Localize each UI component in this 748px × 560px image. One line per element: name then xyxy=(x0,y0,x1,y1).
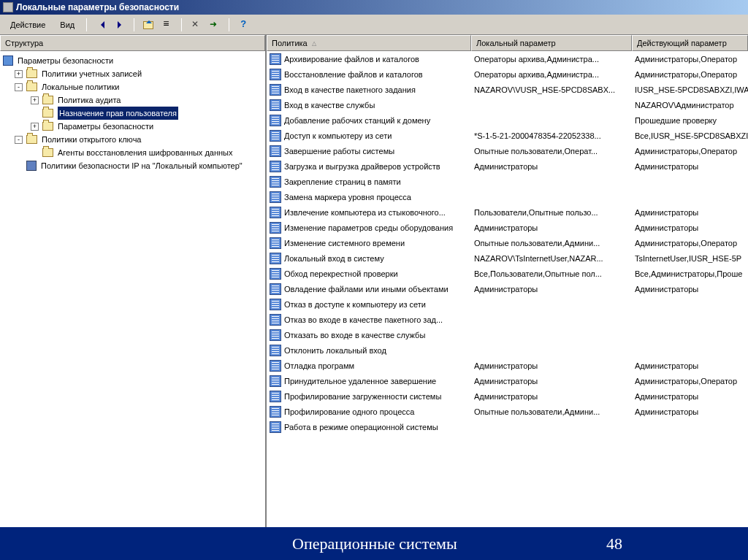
column-headers: Политика △ Локальный параметр Действующи… xyxy=(267,35,748,51)
footer-title: Операционные системы xyxy=(292,534,457,553)
policy-icon xyxy=(270,69,281,80)
list-view-button[interactable] xyxy=(159,17,175,33)
menu-action[interactable]: Действие xyxy=(4,18,51,31)
policy-name: Замена маркера уровня процесса xyxy=(284,193,411,202)
effective-param: Администраторы,Оператор xyxy=(632,147,748,156)
folder-icon xyxy=(26,83,37,91)
footer-page: 48 xyxy=(606,534,622,553)
tree-item-label: Назначение прав пользователя xyxy=(58,107,178,120)
policy-name: Загрузка и выгрузка драйверов устройств xyxy=(284,162,440,171)
list-row[interactable]: Отказ во входе в качестве пакетного зад.… xyxy=(267,312,748,327)
local-param: Опытные пользователи,Админи... xyxy=(471,407,632,416)
list-row[interactable]: Профилирование загруженности системыАдми… xyxy=(267,388,748,404)
list-row[interactable]: Отказать во входе в качестве службы xyxy=(267,327,748,342)
list-row[interactable]: Замена маркера уровня процесса xyxy=(267,189,748,204)
list-row[interactable]: Локальный вход в системуNAZAROV\TsIntern… xyxy=(267,250,748,266)
column-policy[interactable]: Политика △ xyxy=(267,35,471,51)
policy-icon xyxy=(270,53,281,65)
list-row[interactable]: Загрузка и выгрузка драйверов устройствА… xyxy=(267,158,748,174)
policy-icon xyxy=(270,130,281,142)
list-row[interactable]: Отклонить локальный вход xyxy=(267,342,748,358)
effective-param: Администраторы xyxy=(632,223,748,232)
list-row[interactable]: Вход в качестве службыNAZAROV\Администра… xyxy=(267,97,748,112)
tree-expander[interactable]: + xyxy=(15,70,23,78)
policy-name: Работа в режиме операционной системы xyxy=(284,423,438,431)
separator xyxy=(86,18,87,31)
policy-icon xyxy=(270,314,281,326)
list-row[interactable]: Изменение системного времениОпытные поль… xyxy=(267,235,748,250)
tree-item[interactable]: Политики безопасности IP на "Локальный к… xyxy=(1,159,264,172)
tree[interactable]: Параметры безопасности +Политики учетных… xyxy=(0,51,265,527)
list-row[interactable]: Изменение параметров среды оборудованияА… xyxy=(267,220,748,235)
list-row[interactable]: Обход перекрестной проверкиВсе,Пользоват… xyxy=(267,266,748,281)
help-button[interactable] xyxy=(235,17,251,33)
policy-icon xyxy=(270,145,281,157)
tree-item[interactable]: Назначение прав пользователя xyxy=(1,107,264,120)
effective-param: Администраторы xyxy=(632,361,748,370)
tree-expander[interactable]: + xyxy=(31,96,39,104)
back-button[interactable] xyxy=(93,17,109,33)
list-row[interactable]: Доступ к компьютеру из сети*S-1-5-21-200… xyxy=(267,128,748,143)
tree-item[interactable]: -Локальные политики xyxy=(1,80,264,93)
tree-root[interactable]: Параметры безопасности xyxy=(1,54,264,67)
policy-name: Архивирование файлов и каталогов xyxy=(284,55,419,64)
policy-name: Отказать во входе в качестве службы xyxy=(284,331,425,340)
export-button[interactable] xyxy=(207,17,223,33)
policy-name: Локальный вход в систему xyxy=(284,254,384,263)
menu-view[interactable]: Вид xyxy=(54,18,80,31)
list-row[interactable]: Добавление рабочих станций к доменуПроше… xyxy=(267,112,748,128)
policy-icon xyxy=(270,360,281,372)
effective-param: Администраторы xyxy=(632,392,748,401)
list-row[interactable]: Архивирование файлов и каталоговОператор… xyxy=(267,51,748,66)
up-button[interactable] xyxy=(140,17,156,33)
list-row[interactable]: Закрепление страниц в памяти xyxy=(267,174,748,189)
list-row[interactable]: Восстановление файлов и каталоговОперато… xyxy=(267,66,748,82)
delete-button[interactable] xyxy=(188,17,204,33)
effective-param: Администраторы xyxy=(632,162,748,171)
list-row[interactable]: Принудительное удаленное завершениеАдмин… xyxy=(267,373,748,388)
arrow-left-icon xyxy=(95,19,107,31)
policy-name: Обход перекрестной проверки xyxy=(284,269,398,278)
policy-icon xyxy=(270,191,281,203)
tree-item[interactable]: +Политика аудита xyxy=(1,93,264,107)
tree-item-label: Параметры безопасности xyxy=(58,120,153,133)
effective-param: Администраторы xyxy=(632,285,748,294)
folder-icon xyxy=(42,148,53,157)
tree-expander[interactable]: - xyxy=(15,83,23,91)
tree-item[interactable]: Агенты восстановления шифрованных данных xyxy=(1,146,264,159)
policy-name: Профилирование загруженности системы xyxy=(284,392,441,401)
list-row[interactable]: Вход в качестве пакетного заданияNAZAROV… xyxy=(267,82,748,97)
column-local[interactable]: Локальный параметр xyxy=(471,35,632,51)
tree-item-label: Агенты восстановления шифрованных данных xyxy=(58,146,233,159)
tree-item-label: Политики безопасности IP на "Локальный к… xyxy=(41,159,243,172)
list-row[interactable]: Профилирование одного процессаОпытные по… xyxy=(267,404,748,419)
policy-name: Отклонить локальный вход xyxy=(284,346,386,355)
titlebar[interactable]: Локальные параметры безопасности xyxy=(0,0,748,15)
tree-item[interactable]: +Политики учетных записей xyxy=(1,67,264,80)
tree-item[interactable]: +Параметры безопасности xyxy=(1,120,264,133)
local-param: Администраторы xyxy=(471,223,632,232)
list-row[interactable]: Извлечение компьютера из стыковочного...… xyxy=(267,204,748,220)
policy-icon xyxy=(270,84,281,96)
policy-icon xyxy=(270,421,281,433)
local-param: Операторы архива,Администра... xyxy=(471,70,632,79)
list-row[interactable]: Овладение файлами или иными объектамиАдм… xyxy=(267,281,748,296)
column-effective[interactable]: Действующий параметр xyxy=(632,35,748,51)
forward-button[interactable] xyxy=(112,17,128,33)
tree-expander[interactable]: - xyxy=(15,136,23,144)
tree-item[interactable]: -Политики открытого ключа xyxy=(1,133,264,146)
effective-param: Все,IUSR_HSE-5PCD8SABXZI xyxy=(632,131,748,140)
security-root-icon xyxy=(3,55,13,66)
list-row[interactable]: Завершение работы системыОпытные пользов… xyxy=(267,143,748,158)
list-row[interactable]: Отказ в доступе к компьютеру из сети xyxy=(267,296,748,312)
tree-expander[interactable]: + xyxy=(31,123,39,131)
app-icon xyxy=(3,2,13,12)
list-body[interactable]: Архивирование файлов и каталоговОператор… xyxy=(267,51,748,527)
list-row[interactable]: Работа в режиме операционной системы xyxy=(267,419,748,434)
list-row[interactable]: Отладка программАдминистраторыАдминистра… xyxy=(267,358,748,373)
up-folder-icon xyxy=(143,21,153,29)
folder-icon xyxy=(26,135,37,144)
arrow-right-icon xyxy=(114,19,126,31)
effective-param: Все,Администраторы,Проше xyxy=(632,269,748,278)
separator xyxy=(229,18,229,31)
